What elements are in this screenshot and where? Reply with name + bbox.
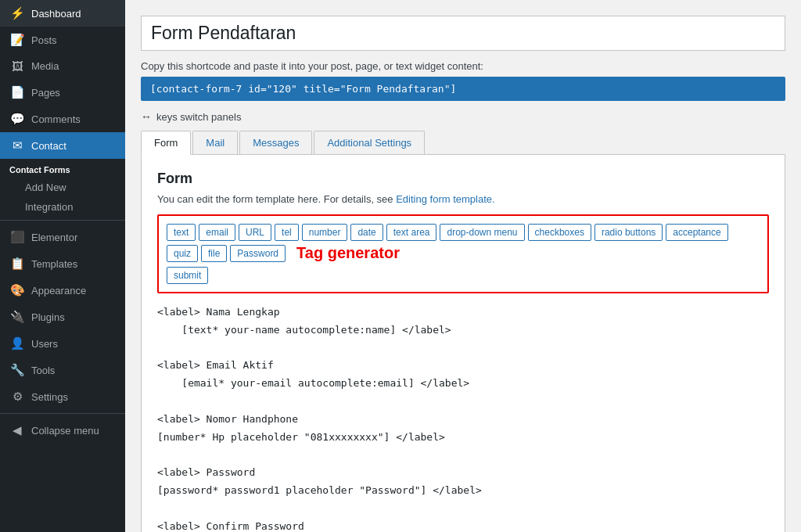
shortcode-description: Copy this shortcode and paste it into yo… <box>141 60 785 72</box>
tag-btn-acceptance[interactable]: acceptance <box>666 224 727 241</box>
tag-btn-tel[interactable]: tel <box>275 224 299 241</box>
sidebar-item-elementor[interactable]: ⬛ Elementor <box>0 224 125 250</box>
contact-forms-header: Contact Forms <box>0 159 125 178</box>
code-line: <label> Confirm Password <box>157 519 769 532</box>
form-title-input[interactable] <box>141 16 785 51</box>
sidebar-item-plugins[interactable]: 🔌 Plugins <box>0 304 125 330</box>
arrow-icon: ↔ <box>141 110 152 123</box>
code-line: <label> Nomor Handphone <box>157 412 769 428</box>
plugins-icon: 🔌 <box>9 310 25 324</box>
sidebar-item-label: Posts <box>31 34 57 46</box>
users-icon: 👤 <box>9 336 25 350</box>
sidebar-item-users[interactable]: 👤 Users <box>0 330 125 357</box>
sidebar-item-settings[interactable]: ⚙ Settings <box>0 383 125 410</box>
form-panel: Form You can edit the form template here… <box>141 155 785 532</box>
tag-btn-Password[interactable]: Password <box>230 245 286 262</box>
tab-additional-settings[interactable]: Additional Settings <box>314 131 425 154</box>
collapse-icon: ◀ <box>9 423 25 437</box>
sidebar-item-label: Appearance <box>31 285 86 297</box>
tag-btn-quiz[interactable]: quiz <box>167 245 198 262</box>
tools-icon: 🔧 <box>9 363 25 377</box>
tag-generator-box: textemailURLtelnumberdatetext areadrop-d… <box>157 214 769 293</box>
sidebar-item-tools[interactable]: 🔧 Tools <box>0 357 125 383</box>
tab-mail[interactable]: Mail <box>192 131 238 154</box>
sidebar-item-label: Dashboard <box>31 8 81 20</box>
sidebar-item-templates[interactable]: 📋 Templates <box>0 250 125 277</box>
sidebar-item-label: Contact <box>31 140 66 152</box>
pages-icon: 📄 <box>9 85 25 99</box>
sidebar-item-pages[interactable]: 📄 Pages <box>0 79 125 106</box>
sidebar-divider-2 <box>0 413 125 414</box>
sidebar-item-label: Media <box>31 60 59 72</box>
code-line: [number* Hp placeholder "081xxxxxxxx"] <… <box>157 430 769 446</box>
sidebar-item-contact[interactable]: ✉ Contact <box>0 132 125 159</box>
tag-btn-drop-down-menu[interactable]: drop-down menu <box>440 224 524 241</box>
tab-form[interactable]: Form <box>141 131 191 155</box>
editing-template-link[interactable]: Editing form template. <box>396 193 494 205</box>
media-icon: 🖼 <box>9 59 25 73</box>
code-line <box>157 340 769 357</box>
sidebar-item-dashboard[interactable]: ⚡ Dashboard <box>0 0 125 27</box>
code-line: <label> Email Aktif <box>157 358 769 374</box>
sidebar-sub-add-new[interactable]: Add New <box>0 178 125 197</box>
sidebar-item-appearance[interactable]: 🎨 Appearance <box>0 277 125 304</box>
settings-icon: ⚙ <box>9 390 25 404</box>
main-content: Copy this shortcode and paste it into yo… <box>125 0 801 532</box>
code-line <box>157 501 769 517</box>
form-panel-title: Form <box>157 171 769 187</box>
tag-btn-URL[interactable]: URL <box>239 224 271 241</box>
code-line <box>157 447 769 463</box>
tag-btn-text[interactable]: text <box>167 224 196 241</box>
code-line: [password* password1 placeholder "Passwo… <box>157 483 769 499</box>
tag-btn-email[interactable]: email <box>199 224 235 241</box>
code-line <box>157 394 769 410</box>
code-line: <label> Password <box>157 465 769 481</box>
tag-btn-submit[interactable]: submit <box>167 267 208 284</box>
sidebar-item-label: Tools <box>31 365 55 376</box>
keys-switch-bar: ↔ keys switch panels <box>141 110 785 123</box>
comments-icon: 💬 <box>9 112 25 126</box>
shortcode-box[interactable]: [contact-form-7 id="120" title="Form Pen… <box>141 77 785 101</box>
sidebar-collapse[interactable]: ◀ Collapse menu <box>0 417 125 444</box>
submit-tag-row: submit <box>167 267 760 284</box>
sidebar: ⚡ Dashboard 📝 Posts 🖼 Media 📄 Pages 💬 Co… <box>0 0 125 532</box>
sidebar-item-posts[interactable]: 📝 Posts <box>0 27 125 53</box>
elementor-icon: ⬛ <box>9 230 25 244</box>
sidebar-item-label: Elementor <box>31 232 77 243</box>
code-line: [text* your-name autocomplete:name] </la… <box>157 322 769 339</box>
sidebar-item-label: Comments <box>31 113 81 125</box>
form-hint: You can edit the form template here. For… <box>157 193 769 205</box>
tag-btn-text-area[interactable]: text area <box>386 224 437 241</box>
sidebar-item-label: Settings <box>31 391 68 403</box>
appearance-icon: 🎨 <box>9 283 25 297</box>
posts-icon: 📝 <box>9 33 25 47</box>
tag-btn-date[interactable]: date <box>350 224 383 241</box>
sidebar-divider-1 <box>0 220 125 221</box>
sidebar-item-comments[interactable]: 💬 Comments <box>0 106 125 132</box>
tab-messages[interactable]: Messages <box>239 131 312 154</box>
tag-generator-label: Tag generator <box>296 244 400 262</box>
sidebar-item-media[interactable]: 🖼 Media <box>0 53 125 79</box>
code-editor[interactable]: <label> Nama Lengkap [text* your-name au… <box>157 304 769 532</box>
sidebar-item-label: Pages <box>31 87 60 99</box>
sidebar-item-label: Plugins <box>31 311 65 323</box>
tag-btn-radio-buttons[interactable]: radio buttons <box>594 224 663 241</box>
templates-icon: 📋 <box>9 257 25 271</box>
code-line: <label> Nama Lengkap <box>157 304 769 321</box>
contact-icon: ✉ <box>9 138 25 153</box>
sidebar-item-label: Templates <box>31 258 77 270</box>
collapse-label: Collapse menu <box>31 425 99 437</box>
keys-switch-label: keys switch panels <box>156 111 241 123</box>
tag-buttons-row: textemailURLtelnumberdatetext areadrop-d… <box>167 224 760 262</box>
tab-bar: Form Mail Messages Additional Settings <box>141 131 785 155</box>
sidebar-sub-integration[interactable]: Integration <box>0 197 125 217</box>
tag-btn-checkboxes[interactable]: checkboxes <box>528 224 591 241</box>
code-line: [email* your-email autocomplete:email] <… <box>157 376 769 392</box>
tag-btn-file[interactable]: file <box>201 245 227 262</box>
tag-btn-number[interactable]: number <box>302 224 348 241</box>
dashboard-icon: ⚡ <box>9 6 25 20</box>
sidebar-item-label: Users <box>31 338 58 350</box>
